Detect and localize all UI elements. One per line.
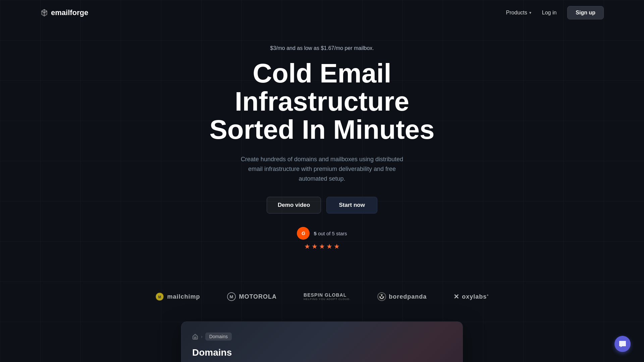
bespin-text: BESPIN GLOBAL HELPING YOU ADOPT CLOUD. [304,293,351,301]
boredpanda-text: boredpanda [389,293,427,300]
partners-section: M mailchimp M MOTOROLA BESPIN GLOBAL HEL… [0,285,644,321]
partner-motorola: M MOTOROLA [227,292,277,301]
oxylabs-text: oxylabs+ [462,293,489,300]
star-2: ★ [312,242,318,250]
mailchimp-icon: M [155,292,164,301]
star-3: ★ [319,242,325,250]
products-label: Products [506,10,527,16]
logo-link[interactable]: emailforge [40,8,88,17]
svg-text:M: M [230,294,233,299]
boredpanda-icon [377,292,386,301]
products-menu[interactable]: Products ▾ [506,10,531,16]
breadcrumb-domains[interactable]: Domains [205,333,232,341]
hero-title-line2: Sorted In Minutes [209,115,434,144]
dashboard-preview: › Domains Domains Your data summary If y… [181,321,463,362]
partner-boredpanda: boredpanda [377,292,427,301]
hero-title: Cold Email Infrastructure Sorted In Minu… [171,59,473,144]
svg-point-8 [381,296,382,297]
breadcrumb: › Domains [192,333,452,341]
nav-right: Products ▾ Log in Sign up [506,6,604,19]
signup-button[interactable]: Sign up [567,6,604,19]
hero-section: $3/mo and as low as $1.67/mo per mailbox… [0,25,644,285]
navbar: emailforge Products ▾ Log in Sign up [0,0,644,25]
rating-text: 5 out of 5 stars [314,231,347,236]
svg-point-9 [382,296,383,297]
chat-bubble[interactable] [614,336,631,352]
star-1: ★ [304,242,310,250]
dashboard-title: Domains [192,347,452,358]
login-button[interactable]: Log in [542,10,557,16]
rating-score: 5 [314,231,316,236]
bespin-sub: HELPING YOU ADOPT CLOUD. [304,298,351,301]
start-now-button[interactable]: Start now [326,197,377,214]
rating-section: G 5 out of 5 stars ★ ★ ★ ★ ★ [297,227,347,250]
chat-icon [619,340,626,348]
partner-bespin: BESPIN GLOBAL HELPING YOU ADOPT CLOUD. [304,293,351,301]
panda-icon [379,294,385,300]
svg-text:M: M [158,295,161,299]
motorola-icon: M [227,292,236,301]
star-4: ★ [326,242,332,250]
motorola-text: MOTOROLA [239,293,277,300]
logo-text: emailforge [51,8,88,17]
rating-row: G 5 out of 5 stars [297,227,347,240]
rating-out-of: out of 5 stars [318,231,347,236]
star-5: ★ [334,242,340,250]
hero-title-line1: Cold Email Infrastructure [235,58,409,116]
home-icon [192,334,198,340]
g2-badge: G [297,227,310,240]
chevron-down-icon: ▾ [529,10,531,15]
stars-row: ★ ★ ★ ★ ★ [304,242,340,250]
pricing-text: $3/mo and as low as $1.67/mo per mailbox… [270,45,374,51]
breadcrumb-separator: › [201,334,203,339]
mailchimp-text: mailchimp [167,293,200,300]
demo-video-button[interactable]: Demo video [267,197,321,214]
oxylabs-x-icon: ✕ [453,293,459,301]
bespin-main: BESPIN GLOBAL [304,293,351,298]
partner-oxylabs: ✕ oxylabs+ [453,293,489,301]
hero-buttons: Demo video Start now [267,197,377,214]
hero-subtitle: Create hundreds of domains and mailboxes… [235,155,409,183]
logo-icon [40,9,48,17]
partner-mailchimp: M mailchimp [155,292,200,301]
